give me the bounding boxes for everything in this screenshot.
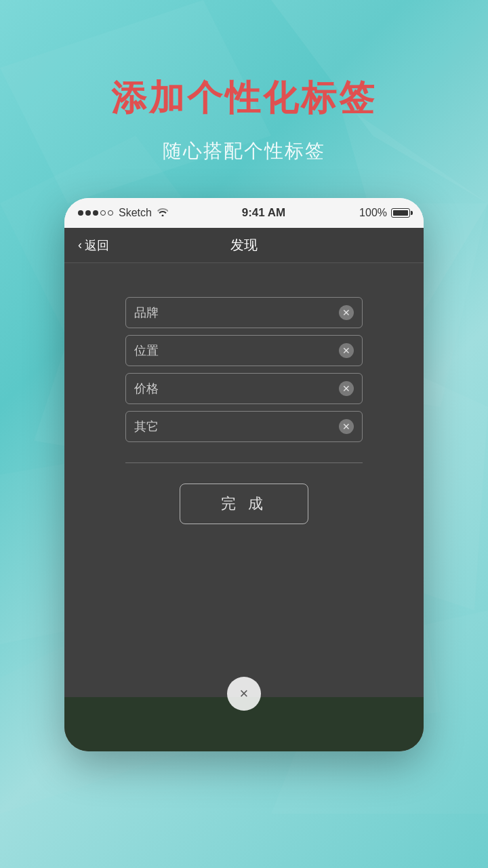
nav-title: 发现 bbox=[230, 236, 258, 254]
status-bar: Sketch 9:41 AM 100% bbox=[64, 198, 424, 228]
field-location[interactable]: 位置 ✕ bbox=[125, 335, 363, 366]
field-brand-clear[interactable]: ✕ bbox=[339, 305, 354, 320]
done-button[interactable]: 完 成 bbox=[180, 484, 308, 524]
field-price[interactable]: 价格 ✕ bbox=[125, 373, 363, 404]
close-button[interactable]: × bbox=[227, 677, 261, 711]
divider bbox=[125, 462, 363, 463]
main-title: 添加个性化标签 bbox=[0, 75, 488, 122]
done-btn-container: 完 成 bbox=[125, 484, 363, 524]
phone-mockup: Sketch 9:41 AM 100% bbox=[0, 198, 488, 751]
field-location-clear[interactable]: ✕ bbox=[339, 343, 354, 358]
back-chevron: ‹ bbox=[78, 238, 82, 252]
dot3 bbox=[93, 210, 98, 216]
nav-bar: ‹ 返回 发现 bbox=[64, 228, 424, 263]
nav-bar-inner: ‹ 返回 发现 bbox=[78, 237, 410, 254]
status-left: Sketch bbox=[78, 207, 168, 219]
battery-percent: 100% bbox=[359, 207, 387, 219]
battery-body bbox=[391, 208, 410, 218]
field-other[interactable]: 其它 ✕ bbox=[125, 411, 363, 442]
dot2 bbox=[85, 210, 91, 216]
status-right: 100% bbox=[359, 207, 410, 219]
field-brand-label: 品牌 bbox=[134, 304, 339, 321]
battery-fill bbox=[393, 210, 408, 216]
top-section: 添加个性化标签 随心搭配个性标签 bbox=[0, 0, 488, 191]
bottom-area: × bbox=[64, 602, 424, 751]
field-brand[interactable]: 品牌 ✕ bbox=[125, 297, 363, 328]
battery-icon bbox=[391, 208, 410, 218]
input-list: 品牌 ✕ 位置 ✕ 价格 ✕ 其它 ✕ bbox=[125, 297, 363, 449]
status-time: 9:41 AM bbox=[242, 206, 286, 220]
signal-dots bbox=[78, 210, 113, 216]
close-icon: × bbox=[240, 685, 249, 703]
dot4 bbox=[100, 210, 106, 216]
content-area: 品牌 ✕ 位置 ✕ 价格 ✕ 其它 ✕ 完 成 bbox=[64, 263, 424, 602]
field-other-label: 其它 bbox=[134, 418, 339, 435]
back-button[interactable]: ‹ 返回 bbox=[78, 237, 109, 254]
wifi-icon bbox=[157, 208, 168, 218]
field-price-clear[interactable]: ✕ bbox=[339, 381, 354, 396]
field-location-label: 位置 bbox=[134, 342, 339, 359]
carrier-label: Sketch bbox=[119, 207, 152, 219]
field-other-clear[interactable]: ✕ bbox=[339, 419, 354, 434]
back-label: 返回 bbox=[85, 237, 109, 254]
dot5 bbox=[108, 210, 113, 216]
dot1 bbox=[78, 210, 83, 216]
phone-body: Sketch 9:41 AM 100% bbox=[64, 198, 424, 751]
field-price-label: 价格 bbox=[134, 380, 339, 397]
sub-title: 随心搭配个性标签 bbox=[0, 138, 488, 164]
